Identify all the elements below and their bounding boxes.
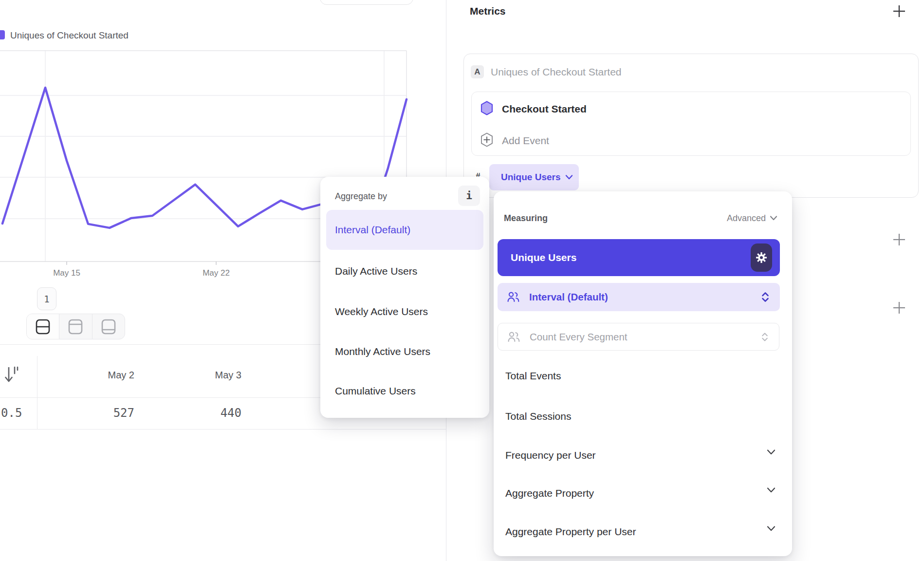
metric-card-title[interactable]: Uniques of Checkout Started [491, 65, 622, 78]
add-metric-icon[interactable] [892, 4, 906, 18]
chevron-down-icon [565, 174, 573, 180]
layout-table-only-button[interactable] [92, 314, 125, 339]
measuring-option-total-events[interactable]: Total Events [505, 369, 758, 383]
measuring-option-aggregate-property[interactable]: Aggregate Property [505, 486, 758, 501]
table-cell: 440 [154, 402, 241, 424]
segmentation-interval-select[interactable]: Interval (Default) [498, 283, 780, 311]
measuring-option-frequency-per-user[interactable]: Frequency per User [505, 448, 758, 463]
menu-item-label: Interval (Default) [335, 224, 410, 236]
table-cell: 527 [47, 402, 134, 424]
table-header-cell[interactable]: May 2 [47, 364, 134, 386]
measuring-option-total-sessions[interactable]: Total Sessions [505, 409, 758, 424]
measuring-menu: Measuring Advanced Unique Users [494, 191, 792, 556]
split-horizontal-icon [36, 319, 50, 335]
chart-axis-ticks [67, 262, 216, 265]
segment-count-value: Count Every Segment [530, 331, 628, 343]
add-event-hexagon-icon [480, 132, 493, 147]
measurement-settings-button[interactable] [751, 243, 772, 272]
unfold-stepper-icon [761, 332, 768, 342]
add-breakdown-icon[interactable] [892, 301, 906, 315]
users-icon [508, 332, 520, 342]
chevron-down-icon [767, 449, 776, 455]
selected-measurement-label: Unique Users [511, 252, 576, 263]
layout-toggle-group [26, 314, 125, 339]
layout-split-horizontal-button[interactable] [27, 314, 59, 339]
pagination-page-button[interactable]: 1 [37, 287, 56, 310]
measurement-chip-label: Unique Users [501, 172, 560, 183]
aggregate-by-title: Aggregate by [335, 190, 387, 202]
x-axis-label: May 15 [45, 268, 89, 278]
chevron-down-icon [767, 487, 776, 493]
table-column-divider [37, 356, 37, 429]
menu-item-weekly-active-users[interactable]: Weekly Active Users [335, 304, 481, 319]
segment-count-select[interactable]: Count Every Segment [498, 323, 779, 351]
chevron-down-icon [767, 525, 776, 532]
menu-item-cumulative-users[interactable]: Cumulative Users [335, 384, 481, 398]
measuring-title: Measuring [504, 212, 548, 224]
menu-item-interval-default[interactable]: Interval (Default) [326, 210, 483, 250]
add-event-button[interactable]: Add Event [502, 134, 549, 147]
analytics-app-screen: Uniques of Checkout Started May 15 May 2… [0, 0, 924, 561]
measurement-chip[interactable]: Unique Users [489, 164, 579, 190]
unfold-stepper-icon [761, 292, 769, 302]
table-row-label: 0.5 [1, 402, 30, 424]
measuring-option-aggregate-property-per-user[interactable]: Aggregate Property per User [505, 524, 758, 539]
info-icon[interactable]: i [458, 186, 480, 206]
metric-letter-badge: A [471, 65, 484, 78]
measuring-option-unique-users[interactable]: Unique Users [498, 239, 780, 276]
gear-icon [755, 251, 768, 264]
add-filter-icon[interactable] [892, 233, 906, 246]
metrics-panel-title: Metrics [470, 4, 506, 19]
event-hexagon-icon [480, 101, 493, 115]
menu-item-daily-active-users[interactable]: Daily Active Users [335, 264, 481, 279]
menu-item-monthly-active-users[interactable]: Monthly Active Users [335, 344, 481, 359]
chevron-down-icon [770, 215, 777, 221]
chart-top-icon [68, 319, 83, 335]
x-axis-label: May 22 [194, 268, 238, 278]
interval-select-value: Interval (Default) [529, 291, 608, 303]
aggregate-by-menu: Aggregate by i Interval (Default) Daily … [320, 177, 489, 418]
advanced-label: Advanced [727, 213, 766, 224]
event-name[interactable]: Checkout Started [502, 103, 587, 115]
table-header-cell[interactable]: May 3 [154, 364, 241, 386]
advanced-toggle[interactable]: Advanced [727, 212, 777, 224]
sort-descending-icon[interactable] [5, 365, 18, 385]
table-row-separator [0, 429, 446, 430]
table-bottom-icon [101, 319, 116, 335]
users-icon [507, 292, 519, 302]
layout-chart-only-button[interactable] [59, 314, 92, 339]
